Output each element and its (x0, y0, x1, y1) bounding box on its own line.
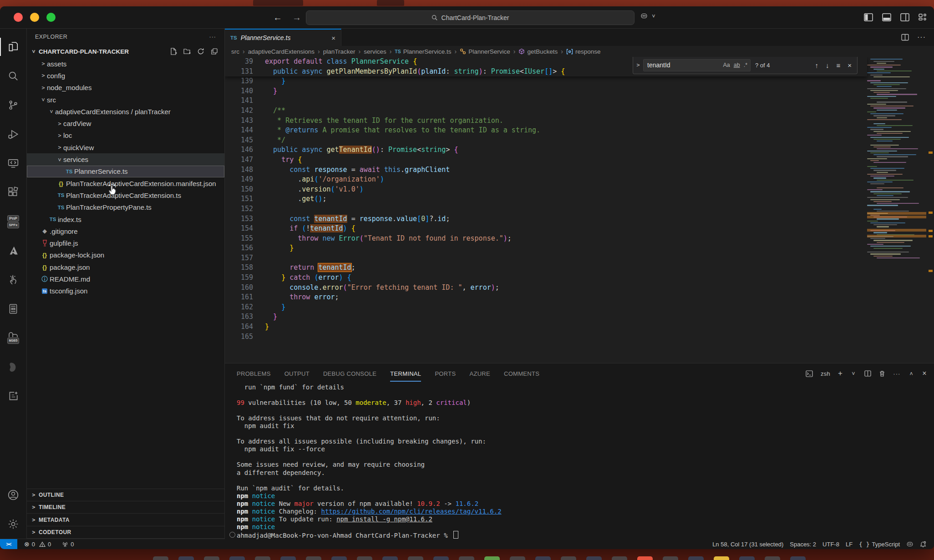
activity-item-azure[interactable] (0, 236, 26, 265)
tree-file-plantrackeradaptivecardextension-ts[interactable]: TSPlanTrackerAdaptiveCardExtension.ts (27, 189, 224, 201)
split-editor-button[interactable] (901, 34, 909, 41)
sidebar-section-outline[interactable]: >OUTLINE (27, 489, 224, 501)
remote-indicator[interactable]: >< (0, 539, 17, 549)
panel-tab-comments[interactable]: COMMENTS (504, 368, 539, 379)
tree-folder-config[interactable]: >config (27, 70, 224, 81)
new-terminal-button[interactable]: + (838, 369, 843, 378)
toggle-secondary-sidebar-button[interactable] (900, 13, 909, 21)
breadcrumb-plannerservice-ts[interactable]: TSPlannerService.ts (395, 48, 451, 55)
zoom-window-button[interactable] (46, 13, 56, 22)
tree-folder-loc[interactable]: >loc (27, 130, 224, 141)
activity-item-extension-dark[interactable] (0, 353, 26, 382)
new-file-button[interactable] (170, 48, 177, 55)
tree-folder-quickview[interactable]: >quickView (27, 141, 224, 153)
navigate-forward-button[interactable]: → (292, 12, 301, 23)
navigate-back-button[interactable]: ← (273, 12, 282, 23)
activity-item-explorer[interactable] (0, 32, 26, 61)
next-match-button[interactable]: ↓ (826, 61, 829, 71)
command-center-search[interactable]: ChartCard-Plan-Tracker (306, 10, 635, 25)
notifications-bell[interactable] (917, 541, 929, 547)
tree-file--gitignore[interactable]: ◆.gitignore (27, 225, 224, 237)
panel-tab-terminal[interactable]: TERMINAL (390, 368, 421, 379)
tree-file-readme-md[interactable]: README.md (27, 273, 224, 285)
close-tab-icon[interactable]: × (331, 34, 335, 42)
split-terminal-button[interactable] (864, 370, 871, 377)
tree-folder-node-modules[interactable]: >node_modules (27, 82, 224, 94)
tree-file-plantrackeradaptivecardextension-manifest-json[interactable]: {}PlanTrackerAdaptiveCardExtension.manif… (27, 177, 224, 189)
tree-folder-adaptivecardextensions-plantracker[interactable]: >adaptiveCardExtensions / planTracker (27, 106, 224, 117)
breadcrumb-plantracker[interactable]: planTracker (323, 48, 355, 55)
terminal-output[interactable]: run `npm fund` for details 99 vulnerabil… (225, 383, 934, 540)
find-expand-toggle[interactable]: > (633, 61, 643, 71)
new-folder-button[interactable] (183, 48, 191, 55)
sidebar-section-codetour[interactable]: >CODETOUR (27, 526, 224, 539)
breadcrumb-getbuckets[interactable]: getBuckets (518, 48, 558, 55)
activity-item-search[interactable] (0, 61, 26, 91)
activity-item-settings-gear[interactable] (0, 510, 26, 539)
activity-item-pnp-spfx[interactable]: PnPSPFx (0, 207, 26, 236)
toggle-panel-button[interactable] (882, 13, 891, 21)
command-decoration-icon[interactable] (229, 532, 235, 538)
breadcrumb-response[interactable]: response (566, 48, 601, 55)
tree-folder-services[interactable]: >services (27, 153, 224, 165)
tree-file-gulpfile-js[interactable]: gulpfile.js (27, 237, 224, 249)
activity-item-remote-explorer[interactable] (0, 149, 26, 178)
tree-folder-cardview[interactable]: >cardView (27, 117, 224, 129)
tree-file-tsconfig-json[interactable]: tstsconfig.json (27, 285, 224, 297)
toggle-primary-sidebar-button[interactable] (864, 13, 873, 21)
panel-more-actions-button[interactable]: ··· (893, 370, 900, 377)
indentation-status[interactable]: Spaces: 2 (787, 541, 819, 548)
refresh-explorer-button[interactable] (197, 48, 204, 55)
activity-item-live-pointer[interactable] (0, 265, 26, 294)
activity-item-run-debug[interactable] (0, 120, 26, 149)
editor-scrollbar[interactable] (926, 57, 934, 363)
tree-file-package-json[interactable]: {}package.json (27, 261, 224, 273)
kill-terminal-button[interactable] (879, 370, 885, 377)
panel-tab-problems[interactable]: PROBLEMS (237, 368, 271, 379)
close-window-button[interactable] (14, 13, 23, 22)
editor-more-actions-button[interactable]: ··· (917, 33, 926, 41)
activity-item-m365[interactable]: M365 (0, 323, 26, 353)
tree-file-plantrackerpropertypane-ts[interactable]: TSPlanTrackerPropertyPane.ts (27, 202, 224, 213)
panel-tab-output[interactable]: OUTPUT (284, 368, 310, 379)
tree-file-index-ts[interactable]: TSindex.ts (27, 213, 224, 225)
tree-file-package-lock-json[interactable]: {}package-lock.json (27, 249, 224, 261)
tree-folder-assets[interactable]: >assets (27, 58, 224, 70)
panel-tab-azure[interactable]: AZURE (469, 368, 490, 379)
whole-word-toggle[interactable]: ab (734, 61, 740, 71)
match-case-toggle[interactable]: Aa (723, 61, 730, 71)
ports-status[interactable]: 0 (59, 539, 77, 549)
eol-status[interactable]: LF (843, 541, 856, 548)
close-find-button[interactable]: × (848, 61, 852, 71)
breadcrumb-plannerservice[interactable]: PlannerService (460, 48, 510, 55)
copilot-titlebar-button[interactable]: > (640, 12, 657, 20)
sidebar-section-timeline[interactable]: >TIMELINE (27, 501, 224, 514)
code-editor[interactable]: 139 }140 }141142 /**143 * Retrieves the … (225, 57, 934, 363)
tree-folder-src[interactable]: >src (27, 94, 224, 106)
activity-item-extension-sparkle[interactable] (0, 382, 26, 411)
panel-tab-ports[interactable]: PORTS (435, 368, 456, 379)
problems-status[interactable]: ⊗ 0 0 (21, 539, 54, 549)
customize-layout-button[interactable] (919, 13, 928, 21)
find-in-selection-button[interactable]: ≡ (836, 61, 840, 71)
activity-item-doc-assistant[interactable] (0, 294, 26, 323)
breadcrumb-services[interactable]: services (364, 48, 386, 55)
breadcrumb-adaptivecardextensions[interactable]: adaptiveCardExtensions (248, 48, 315, 55)
previous-match-button[interactable]: ↑ (815, 61, 818, 71)
activity-item-source-control[interactable] (0, 91, 26, 120)
explorer-root-folder[interactable]: > CHARTCARD-PLAN-TRACKER (27, 45, 224, 58)
explorer-more-actions-button[interactable]: ··· (209, 34, 217, 40)
regex-toggle[interactable]: .* (744, 61, 747, 71)
panel-tab-debug-console[interactable]: DEBUG CONSOLE (323, 368, 376, 379)
close-panel-button[interactable]: × (922, 369, 927, 378)
minimize-window-button[interactable] (30, 13, 39, 22)
maximize-panel-button[interactable]: > (908, 370, 914, 377)
encoding-status[interactable]: UTF-8 (819, 541, 843, 548)
tab-plannerservice[interactable]: TS PlannerService.ts × (225, 29, 341, 46)
language-mode-status[interactable]: { } TypeScript (856, 541, 903, 548)
activity-item-extensions[interactable] (0, 178, 26, 207)
activity-item-accounts[interactable] (0, 480, 26, 510)
copilot-status[interactable] (903, 541, 917, 547)
collapse-folders-button[interactable] (211, 48, 218, 55)
breadcrumb-src[interactable]: src (231, 48, 239, 55)
